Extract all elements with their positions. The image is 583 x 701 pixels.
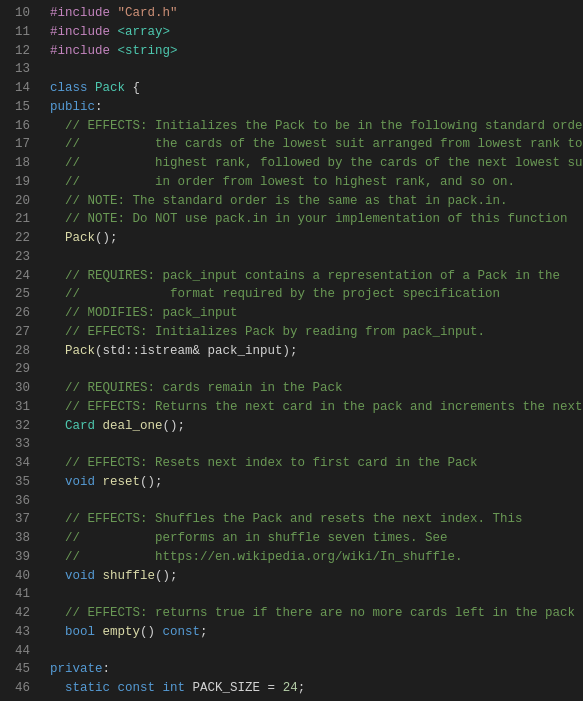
code-line: // EFFECTS: returns true if there are no… [50,604,583,623]
code-line: // NOTE: Do NOT use pack.in in your impl… [50,210,583,229]
line-number: 33 [8,435,30,454]
line-number: 28 [8,342,30,361]
code-line: class Pack { [50,79,583,98]
line-number: 32 [8,417,30,436]
line-number: 18 [8,154,30,173]
line-number: 17 [8,135,30,154]
code-line: #include <string> [50,42,583,61]
line-number: 25 [8,285,30,304]
line-number: 31 [8,398,30,417]
line-number: 12 [8,42,30,61]
code-line: void reset(); [50,473,583,492]
line-number: 36 [8,492,30,511]
line-number: 46 [8,679,30,698]
line-number: 35 [8,473,30,492]
code-line: // EFFECTS: Initializes the Pack to be i… [50,117,583,136]
line-number: 23 [8,248,30,267]
line-number: 15 [8,98,30,117]
line-number: 22 [8,229,30,248]
line-number: 29 [8,360,30,379]
code-line: static const int PACK_SIZE = 24; [50,679,583,698]
code-content: #include "Card.h"#include <array>#includ… [38,4,583,701]
code-line: // in order from lowest to highest rank,… [50,173,583,192]
line-number: 14 [8,79,30,98]
code-line: // EFFECTS: Shuffles the Pack and resets… [50,510,583,529]
line-number: 37 [8,510,30,529]
code-line [50,585,583,604]
line-number: 20 [8,192,30,211]
line-number: 26 [8,304,30,323]
line-number: 16 [8,117,30,136]
code-line [50,642,583,661]
code-line: // REQUIRES: cards remain in the Pack [50,379,583,398]
line-number: 21 [8,210,30,229]
code-line [50,492,583,511]
code-line: private: [50,660,583,679]
line-number: 27 [8,323,30,342]
code-line: Pack(); [50,229,583,248]
line-numbers: 1011121314151617181920212223242526272829… [0,4,38,701]
code-line: #include <array> [50,23,583,42]
line-number: 42 [8,604,30,623]
line-number: 10 [8,4,30,23]
code-line: public: [50,98,583,117]
code-line: void shuffle(); [50,567,583,586]
code-line: // MODIFIES: pack_input [50,304,583,323]
code-line: // NOTE: The standard order is the same … [50,192,583,211]
code-line: // the cards of the lowest suit arranged… [50,135,583,154]
code-line: // https://en.wikipedia.org/wiki/In_shuf… [50,548,583,567]
code-line: // format required by the project specif… [50,285,583,304]
code-editor: 1011121314151617181920212223242526272829… [0,0,583,701]
code-line: // EFFECTS: Resets next index to first c… [50,454,583,473]
line-number: 40 [8,567,30,586]
line-number: 45 [8,660,30,679]
code-line [50,360,583,379]
code-line: Card deal_one(); [50,417,583,436]
line-number: 24 [8,267,30,286]
code-line: #include "Card.h" [50,4,583,23]
line-number: 34 [8,454,30,473]
line-number: 30 [8,379,30,398]
line-number: 11 [8,23,30,42]
code-line: Pack(std::istream& pack_input); [50,342,583,361]
code-line: // performs an in shuffle seven times. S… [50,529,583,548]
line-number: 44 [8,642,30,661]
line-number: 39 [8,548,30,567]
code-line: bool empty() const; [50,623,583,642]
line-number: 38 [8,529,30,548]
line-number: 41 [8,585,30,604]
line-number: 43 [8,623,30,642]
line-number: 13 [8,60,30,79]
line-number: 19 [8,173,30,192]
code-line [50,248,583,267]
code-line: // highest rank, followed by the cards o… [50,154,583,173]
code-line: // EFFECTS: Initializes Pack by reading … [50,323,583,342]
code-line: // REQUIRES: pack_input contains a repre… [50,267,583,286]
code-line [50,60,583,79]
code-line: // EFFECTS: Returns the next card in the… [50,398,583,417]
code-line [50,435,583,454]
